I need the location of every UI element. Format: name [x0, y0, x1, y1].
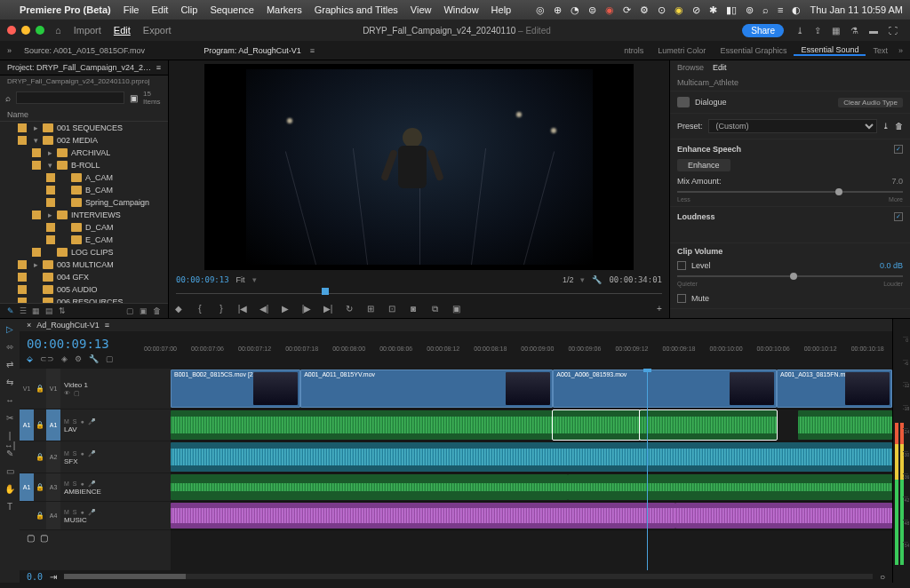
hand-tool-icon[interactable]: ✋ — [4, 484, 16, 497]
in-point-icon[interactable]: { — [194, 304, 206, 314]
project-search-input[interactable] — [16, 91, 124, 104]
menubar-icon[interactable]: ⚙ — [640, 4, 649, 16]
razor-tool-icon[interactable]: ✂ — [4, 413, 16, 425]
wrench-icon[interactable]: 🔧 — [592, 275, 602, 284]
comparison-icon[interactable]: ⧉ — [428, 304, 441, 314]
audio-meters[interactable]: 0-6-12-18-24-30-36-42-48-54 — [892, 319, 910, 583]
dropdown-icon[interactable]: ▾ — [252, 275, 257, 284]
panel-menu-icon[interactable]: ≡ — [310, 46, 315, 55]
go-to-in-icon[interactable]: |◀ — [236, 304, 249, 314]
upload-icon[interactable]: ⇪ — [814, 26, 821, 36]
track-header-a1[interactable]: A1 🔒 A1 MS●🎤 LAV — [20, 409, 171, 441]
ripple-tool-icon[interactable]: ⇄ — [4, 360, 16, 372]
insert-icon[interactable]: ⊞ — [364, 304, 377, 314]
fullscreen-icon[interactable]: ⛶ — [889, 26, 898, 36]
export-frame-icon[interactable]: ◙ — [407, 304, 419, 314]
bin-row[interactable]: LOG CLIPS — [0, 246, 168, 258]
lock-icon[interactable]: 🔒 — [34, 512, 46, 520]
menu-clip[interactable]: Clip — [180, 4, 197, 15]
menubar-icon[interactable]: ⊕ — [554, 4, 562, 16]
wrench-icon[interactable]: 🔧 — [89, 354, 99, 363]
playhead-icon[interactable] — [322, 288, 329, 295]
menu-sequence[interactable]: Sequence — [210, 4, 254, 15]
new-item-icon[interactable]: ▣ — [140, 306, 148, 315]
menubar-icon[interactable]: ◉ — [605, 4, 614, 16]
ws-tab-graphics[interactable]: Essential Graphics — [713, 46, 794, 55]
freeform-icon[interactable]: ▤ — [45, 306, 53, 315]
sequence-tab[interactable]: Ad_RoughCut-V1 — [36, 321, 100, 330]
clear-audio-type-button[interactable]: Clear Audio Type — [838, 98, 903, 107]
menu-edit[interactable]: Edit — [151, 4, 168, 15]
video-clip[interactable]: A001_A013_0815FN.mov — [777, 369, 892, 408]
menu-graphics[interactable]: Graphics and Titles — [315, 4, 398, 15]
audio-clip[interactable] — [553, 410, 639, 440]
search-icon[interactable]: ⌕ — [762, 4, 769, 15]
level-value[interactable]: 0.0 dB — [880, 261, 903, 270]
safe-margins-icon[interactable]: ▣ — [450, 304, 462, 314]
menubar-icon[interactable]: ⊜ — [588, 4, 596, 16]
dropdown-icon[interactable]: ▾ — [580, 275, 585, 284]
loop-icon[interactable]: ↻ — [343, 304, 355, 314]
close-tab-icon[interactable]: × — [27, 321, 31, 330]
audio-clip[interactable] — [640, 410, 777, 440]
enhance-speech-header[interactable]: Enhance Speech — [677, 145, 741, 154]
go-to-out-icon[interactable]: ▶| — [322, 304, 334, 314]
snap-icon[interactable]: ⬙ — [27, 354, 33, 363]
enhance-speech-toggle[interactable] — [894, 145, 903, 154]
marker-icon[interactable]: ◈ — [61, 354, 68, 363]
bin-row[interactable]: ▾002 MEDIA — [0, 134, 168, 147]
rate-tool-icon[interactable]: ↔ — [4, 395, 16, 408]
menu-file[interactable]: File — [124, 4, 140, 15]
audio-clip[interactable] — [675, 503, 892, 528]
timeline-timecode[interactable]: 00:00:09:13 — [27, 337, 137, 351]
rolling-tool-icon[interactable]: ⇆ — [4, 377, 16, 390]
siri-icon[interactable]: ◐ — [792, 4, 801, 16]
solo-icon[interactable]: S — [73, 418, 77, 425]
track-header-a2[interactable]: 🔒 A2 MS●🎤 SFX — [20, 441, 171, 473]
timeline-canvas[interactable]: B001_B002_0815CS.mov [200%] A001_A011_08… — [171, 369, 892, 570]
bin-row[interactable]: ▸ARCHIVAL — [0, 147, 168, 159]
es-browse-tab[interactable]: Browse — [677, 63, 704, 72]
menu-view[interactable]: View — [411, 4, 432, 15]
track-header-a4[interactable]: 🔒 A4 MS●🎤 MUSIC — [20, 502, 171, 530]
record-icon[interactable]: ● — [81, 418, 84, 425]
track-output-icon[interactable]: ▢ — [27, 533, 35, 543]
bin-row[interactable]: ▸003 MULTICAM — [0, 258, 168, 271]
out-point-icon[interactable]: } — [215, 304, 228, 314]
save-preset-icon[interactable]: ⤓ — [882, 122, 890, 131]
icon-view-icon[interactable]: ▦ — [32, 306, 40, 315]
menubar-icon[interactable]: ⊘ — [692, 4, 700, 16]
menubar-icon[interactable]: ⊙ — [658, 4, 666, 16]
wifi-icon[interactable]: ⊚ — [746, 4, 754, 16]
lock-icon[interactable]: 🔒 — [34, 453, 46, 461]
lock-icon[interactable]: 🔒 — [34, 385, 46, 393]
panel-menu-icon[interactable]: ≡ — [105, 321, 109, 330]
quick-export-icon[interactable]: ⤓ — [796, 26, 803, 36]
fit-dropdown[interactable]: Fit — [236, 275, 245, 284]
es-edit-tab[interactable]: Edit — [713, 63, 727, 72]
enhance-button[interactable]: Enhance — [677, 159, 730, 171]
app-name[interactable]: Premiere Pro (Beta) — [20, 4, 111, 15]
level-checkbox[interactable] — [677, 261, 686, 270]
loudness-toggle[interactable] — [894, 212, 903, 221]
voice-icon[interactable]: 🎤 — [88, 418, 96, 425]
ws-tab-sound[interactable]: Essential Sound — [794, 45, 866, 56]
bin-icon[interactable]: ▣ — [130, 93, 138, 103]
menubar-icon[interactable]: ◎ — [536, 4, 545, 16]
program-scrubber[interactable] — [176, 288, 662, 298]
bin-row[interactable]: ▸001 SEQUENCES — [0, 122, 168, 134]
bin-row[interactable]: ▸INTERVIEWS — [0, 209, 168, 221]
list-view-icon[interactable]: ☰ — [20, 306, 27, 315]
bin-row[interactable]: B_CAM — [0, 184, 168, 196]
audio-clip[interactable] — [171, 442, 892, 472]
mix-amount-value[interactable]: 7.0 — [891, 177, 903, 186]
source-tab[interactable]: Source: A001_A015_0815OF.mov — [24, 46, 145, 55]
bin-row[interactable]: 006 RESOURCES — [0, 296, 168, 303]
settings-icon[interactable]: ⚙ — [75, 354, 82, 363]
bin-row[interactable]: A_CAM — [0, 171, 168, 184]
zoom-slider[interactable]: ○ — [880, 572, 885, 582]
beaker-icon[interactable]: ⚗ — [850, 26, 858, 36]
home-button[interactable]: ⌂ — [55, 25, 61, 36]
marker-icon[interactable]: ▬ — [869, 26, 878, 36]
play-icon[interactable]: ▶ — [279, 304, 291, 314]
